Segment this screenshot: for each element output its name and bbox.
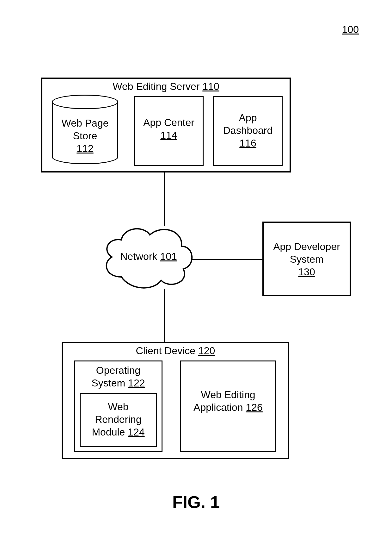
- app-center-box: App Center 114: [134, 96, 204, 166]
- app-dashboard-label: App Dashboard 116: [214, 111, 282, 149]
- app-developer-label: App Developer System 130: [264, 240, 350, 278]
- app-dashboard-box: App Dashboard 116: [213, 96, 283, 166]
- figure-caption: FIG. 1: [0, 492, 392, 512]
- operating-system-box: Operating System 122 Web Rendering Modul…: [74, 360, 162, 452]
- operating-system-label: Operating System 122: [75, 364, 162, 389]
- connector-network-client: [164, 289, 165, 342]
- client-device-box: Client Device 120 Operating System 122 W…: [62, 342, 289, 459]
- app-center-label: App Center 114: [135, 116, 203, 141]
- web-rendering-module-label: Web Rendering Module 124: [81, 400, 156, 438]
- server-box: Web Editing Server 110 Web Page Store 11…: [41, 78, 291, 172]
- server-title: Web Editing Server 110: [42, 80, 290, 93]
- app-developer-box: App Developer System 130: [262, 222, 351, 296]
- diagram-canvas: 100 Web Editing Server 110 Web Page Stor…: [0, 0, 392, 539]
- web-editing-application-box: Web Editing Application 126: [180, 360, 276, 452]
- connector-network-appdev: [191, 259, 262, 260]
- web-page-store-cylinder: Web Page Store 112: [52, 95, 118, 164]
- figure-number: 100: [342, 24, 359, 35]
- web-page-store-label: Web Page Store 112: [52, 117, 118, 155]
- client-title: Client Device 120: [63, 344, 288, 357]
- connector-server-network: [164, 172, 165, 226]
- web-editing-application-label: Web Editing Application 126: [181, 388, 275, 414]
- network-label: Network 101: [112, 251, 185, 262]
- web-rendering-module-box: Web Rendering Module 124: [80, 393, 157, 447]
- server-title-ref: 110: [202, 81, 219, 92]
- server-title-label: Web Editing Server: [113, 81, 199, 92]
